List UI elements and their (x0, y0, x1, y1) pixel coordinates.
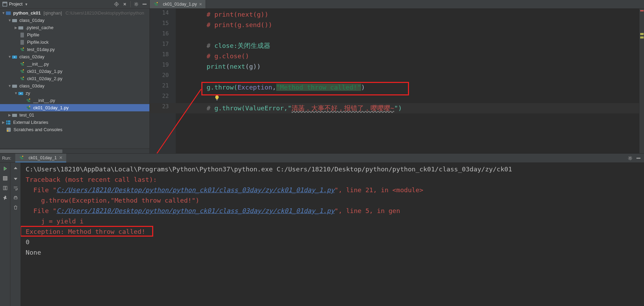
svg-rect-1 (3, 2, 7, 3)
run-tab-active[interactable]: ck01_01day_1 ✕ (15, 154, 66, 162)
comment-close: close:关闭生成器 (214, 42, 270, 49)
project-tree[interactable]: ▼ python_ck01 [qinghan] C:\Users\18210\D… (0, 9, 149, 148)
folder-icon (12, 83, 17, 89)
run-console[interactable]: C:\Users\18210\AppData\Local\Programs\Py… (21, 163, 644, 306)
svg-rect-11 (23, 48, 24, 49)
run-tab-name: ck01_01day_1 (28, 155, 56, 160)
run-hide-icon[interactable] (636, 155, 641, 161)
editor-area: ck01_01day_1.py ✕ 14 15 16 17 18 19 20 2… (150, 0, 644, 153)
tree-folder-test01[interactable]: ▶test_01 (0, 111, 149, 119)
tree-file-pipfile[interactable]: Pipfile (0, 31, 149, 39)
project-sidebar: Project ▼ ▼ python_ck01 [qinghan] C:\Use… (0, 0, 150, 153)
svg-rect-31 (637, 158, 641, 159)
tree-external-libraries[interactable]: ▶External Libraries (0, 119, 149, 126)
tree-folder-class02[interactable]: ▼class_02day (0, 53, 149, 60)
editor-error-stripe[interactable] (639, 9, 644, 153)
svg-rect-36 (15, 196, 16, 197)
file-link[interactable]: C:/Users/18210/Desktop/python/python_ck0… (56, 207, 334, 214)
soft-wrap-icon[interactable] (12, 185, 19, 191)
svg-rect-22 (12, 114, 17, 117)
tree-scratches[interactable]: Scratches and Consoles (0, 126, 149, 133)
console-line: Exception: Method throw called! (26, 228, 145, 235)
settings-icon[interactable] (133, 1, 139, 7)
line-number: 16 (150, 30, 176, 41)
tree-folder-pytest-cache[interactable]: ▶.pytest_cache (0, 24, 149, 31)
warning-marker[interactable] (640, 36, 644, 39)
stop-icon[interactable] (2, 175, 8, 181)
scroll-down-icon[interactable] (12, 175, 19, 181)
svg-rect-26 (157, 2, 158, 3)
svg-rect-7 (12, 19, 17, 22)
project-view-icon[interactable] (2, 1, 8, 7)
tree-file-init02[interactable]: __init__.py (0, 60, 149, 68)
console-line: None (26, 249, 41, 256)
hide-icon[interactable] (142, 1, 147, 7)
python-file-icon (19, 155, 24, 161)
line-number: 15 (150, 20, 176, 30)
collapse-all-icon[interactable] (122, 1, 128, 7)
warning-marker[interactable] (640, 33, 644, 35)
tree-file-ck02-2[interactable]: ck01_02day_2.py (0, 75, 149, 82)
sidebar-h-scrollbar[interactable] (0, 148, 149, 153)
tree-file-test01day[interactable]: test_01day.py (0, 46, 149, 53)
line-number: 18 (150, 51, 176, 61)
tree-file-ck01-selected[interactable]: ck01_01day_1.py (0, 104, 149, 111)
svg-rect-5 (143, 4, 147, 5)
line-number: 20 (150, 72, 176, 82)
tree-file-pipfile-lock[interactable]: Pipfile.lock (0, 39, 149, 46)
scratches-icon (6, 127, 11, 133)
python-file-icon (26, 105, 31, 111)
svg-rect-17 (12, 85, 17, 88)
locate-icon[interactable] (114, 1, 119, 7)
svg-point-3 (116, 4, 117, 5)
console-line: Traceback (most recent call last): (26, 176, 157, 183)
svg-rect-34 (5, 186, 7, 190)
print-icon[interactable] (12, 195, 19, 201)
scroll-up-icon[interactable] (12, 165, 19, 172)
tree-project-root[interactable]: ▼ python_ck01 [qinghan] C:\Users\18210\D… (0, 9, 149, 17)
svg-rect-10 (20, 40, 24, 45)
rerun-icon[interactable] (2, 165, 8, 172)
tree-folder-class01[interactable]: ▼class_01day (0, 17, 149, 24)
file-link[interactable]: C:/Users/18210/Desktop/python/python_ck0… (56, 186, 334, 194)
python-file-icon (19, 61, 25, 67)
svg-rect-32 (3, 176, 7, 180)
project-title[interactable]: Project (9, 2, 23, 7)
console-line: g.throw(Exception,"Method throw called!"… (26, 197, 199, 204)
svg-rect-6 (6, 11, 11, 15)
tree-folder-zy[interactable]: ▼zy (0, 90, 149, 97)
run-header: Run: ck01_01day_1 ✕ (0, 154, 644, 163)
line-number: 19 (150, 61, 176, 72)
error-marker[interactable] (640, 10, 644, 11)
python-file-icon (19, 47, 25, 52)
tree-file-init-zy[interactable]: __init__.py (0, 97, 149, 104)
svg-point-19 (20, 93, 21, 94)
text-file-icon (19, 40, 25, 45)
run-toolbar-left-2 (10, 163, 21, 306)
editor-tabs: ck01_01day_1.py ✕ (150, 0, 644, 9)
editor-tab-active[interactable]: ck01_01day_1.py ✕ (150, 0, 206, 8)
trash-icon[interactable] (12, 204, 19, 211)
run-settings-icon[interactable] (627, 155, 633, 161)
tree-folder-class03[interactable]: ▼class_03day (0, 82, 149, 90)
line-number: 23 (150, 103, 176, 113)
run-tab-close-icon[interactable]: ✕ (59, 155, 63, 160)
svg-rect-33 (3, 186, 5, 190)
editor[interactable]: 14 15 16 17 18 19 20 21 22 23 # print(ne… (150, 9, 644, 153)
package-icon (12, 54, 17, 60)
run-toolbar-left-1 (0, 163, 10, 306)
layout-icon[interactable] (2, 185, 8, 191)
pin-icon[interactable] (2, 195, 8, 201)
tab-close-icon[interactable]: ✕ (199, 2, 202, 7)
project-dropdown-arrow[interactable]: ▼ (25, 2, 28, 6)
line-number: 22 (150, 93, 176, 103)
python-file-icon (19, 69, 25, 74)
svg-rect-14 (23, 62, 24, 63)
svg-rect-9 (20, 33, 24, 37)
tree-file-ck02-1[interactable]: ck01_02day_1.py (0, 68, 149, 75)
bulb-icon[interactable] (214, 95, 220, 101)
code-body[interactable]: # print(next(g)) # print(g.send()) # clo… (176, 9, 639, 153)
sidebar-header: Project ▼ (0, 0, 149, 9)
svg-rect-21 (29, 106, 30, 107)
folder-icon (18, 25, 24, 31)
